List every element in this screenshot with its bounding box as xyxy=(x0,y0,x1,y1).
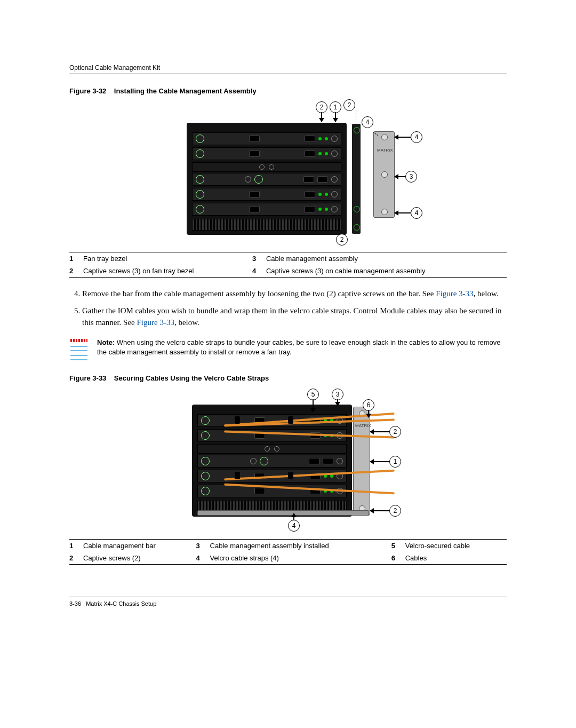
step-list: Remove the bar from the cable management… xyxy=(69,288,507,328)
footer-title: Matrix X4-C Chassis Setup xyxy=(86,600,156,607)
figure-32-diagram: MATRIX 1 2 2 2 3 4 4 4 xyxy=(139,101,437,246)
cable-management-assembly-installed-icon: MATRIX xyxy=(353,407,370,516)
cable-management-bar-icon xyxy=(197,510,369,516)
cable-management-assembly-icon: MATRIX xyxy=(373,131,395,218)
callout-1: 1 xyxy=(389,456,401,468)
callout-2c: 2 xyxy=(336,234,348,246)
callout-2a: 2 xyxy=(316,101,327,113)
callout-2b: 2 xyxy=(343,99,355,111)
step-4: Remove the bar from the cable management… xyxy=(82,288,507,300)
figure-32-prefix: Figure 3-32 xyxy=(69,87,106,95)
step-5: Gather the IOM cables you wish to bundle… xyxy=(82,305,507,329)
callout-4a: 4 xyxy=(362,116,373,128)
callout-4b: 4 xyxy=(411,131,422,143)
figure-33-title: Securing Cables Using the Velcro Cable S… xyxy=(114,374,269,382)
callout-1: 1 xyxy=(330,101,341,113)
callout-3: 3 xyxy=(405,171,417,183)
figure-32-legend: 1Fan tray bezel 3Cable management assemb… xyxy=(69,252,507,278)
page-number: 3-36 xyxy=(69,600,81,607)
note-label: Note: xyxy=(97,338,115,346)
figure-32-caption: Figure 3-32 Installing the Cable Managem… xyxy=(69,87,507,95)
figure-33-legend: 1Cable management bar 3Cable management … xyxy=(69,539,507,565)
section-header: Optional Cable Management Kit xyxy=(69,64,507,74)
figure-33-diagram: MATRIX 5 3 6 2 2 1 4 xyxy=(139,389,437,533)
callout-4: 4 xyxy=(288,520,300,532)
callout-2b: 2 xyxy=(389,505,401,517)
note-text: When using the velcro cable straps to bu… xyxy=(97,338,501,356)
figure-33-caption: Figure 3-33 Securing Cables Using the Ve… xyxy=(69,374,507,382)
note-icon xyxy=(69,338,89,361)
callout-4c: 4 xyxy=(411,207,422,219)
callout-5: 5 xyxy=(307,389,319,400)
note-block: Note: When using the velcro cable straps… xyxy=(69,338,507,361)
figure-33-prefix: Figure 3-33 xyxy=(69,374,106,382)
callout-2a: 2 xyxy=(389,426,401,438)
figure-33-link[interactable]: Figure 3-33 xyxy=(436,289,473,298)
figure-33-link[interactable]: Figure 3-33 xyxy=(137,318,174,327)
page-footer: 3-36 Matrix X4-C Chassis Setup xyxy=(69,597,507,607)
callout-6: 6 xyxy=(363,399,374,411)
callout-3: 3 xyxy=(332,389,343,400)
figure-32-title: Installing the Cable Management Assembly xyxy=(114,87,257,95)
